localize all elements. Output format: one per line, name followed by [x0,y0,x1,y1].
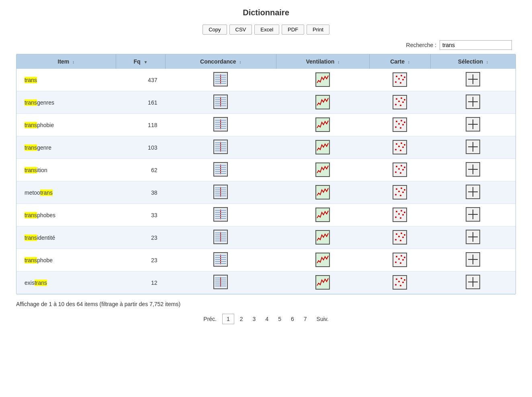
carte-cell[interactable] [370,181,431,204]
carte-icon[interactable] [393,253,407,267]
selection-cell[interactable] [430,159,516,181]
concordance-cell[interactable] [165,181,276,204]
concordance-cell[interactable] [165,272,276,294]
selection-cell[interactable] [430,69,516,91]
ventilation-cell[interactable] [276,114,370,136]
carte-cell[interactable] [370,114,431,136]
ventilation-cell[interactable] [276,159,370,181]
page-4[interactable]: 4 [261,314,272,324]
carte-cell[interactable] [370,204,431,226]
concordance-icon[interactable] [213,207,228,222]
carte-icon[interactable] [393,230,407,245]
concordance-cell[interactable] [165,136,276,159]
ventilation-icon[interactable] [315,253,330,267]
concordance-icon[interactable] [213,275,228,289]
print-button[interactable]: Print [307,25,329,35]
concordance-cell[interactable] [165,226,276,249]
col-carte[interactable]: Carte ↕ [370,54,431,69]
concordance-cell[interactable] [165,159,276,181]
carte-icon[interactable] [393,95,407,109]
ventilation-cell[interactable] [276,181,370,204]
selection-icon[interactable] [466,140,480,154]
csv-button[interactable]: CSV [229,25,252,35]
ventilation-icon[interactable] [315,140,330,154]
ventilation-icon[interactable] [315,208,330,222]
page-7[interactable]: 7 [300,314,311,324]
col-selection[interactable]: Sélection ↕ [430,54,516,69]
concordance-icon[interactable] [213,252,228,267]
ventilation-cell[interactable] [276,91,370,114]
concordance-cell[interactable] [165,114,276,136]
selection-icon[interactable] [466,95,480,109]
selection-cell[interactable] [430,181,516,204]
carte-icon[interactable] [393,208,407,222]
col-ventilation[interactable]: Ventilation ↕ [276,54,370,69]
selection-icon[interactable] [466,207,480,222]
ventilation-cell[interactable] [276,136,370,159]
selection-cell[interactable] [430,136,516,159]
carte-cell[interactable] [370,136,431,159]
ventilation-icon[interactable] [315,72,330,87]
selection-cell[interactable] [430,272,516,294]
ventilation-icon[interactable] [315,185,330,200]
selection-cell[interactable] [430,249,516,272]
carte-icon[interactable] [393,117,407,132]
carte-cell[interactable] [370,249,431,272]
concordance-cell[interactable] [165,69,276,91]
ventilation-cell[interactable] [276,226,370,249]
copy-button[interactable]: Copy [203,25,227,35]
col-fq[interactable]: Fq ▼ [116,54,165,69]
concordance-cell[interactable] [165,91,276,114]
selection-icon[interactable] [466,72,480,86]
next-page[interactable]: Suiv. [313,314,333,324]
pdf-button[interactable]: PDF [282,25,304,35]
selection-cell[interactable] [430,114,516,136]
selection-icon[interactable] [466,230,480,244]
carte-icon[interactable] [393,72,407,87]
concordance-icon[interactable] [213,72,228,86]
concordance-cell[interactable] [165,204,276,226]
carte-cell[interactable] [370,226,431,249]
carte-icon[interactable] [393,185,407,200]
selection-cell[interactable] [430,204,516,226]
selection-icon[interactable] [466,275,480,289]
col-item[interactable]: Item ↕ [16,54,116,69]
carte-icon[interactable] [393,275,407,290]
selection-icon[interactable] [466,162,480,177]
ventilation-cell[interactable] [276,204,370,226]
ventilation-cell[interactable] [276,69,370,91]
ventilation-icon[interactable] [315,95,330,109]
selection-icon[interactable] [466,117,480,132]
concordance-icon[interactable] [213,185,228,199]
col-concordance[interactable]: Concordance ↕ [165,54,276,69]
carte-icon[interactable] [393,163,407,177]
selection-cell[interactable] [430,91,516,114]
concordance-icon[interactable] [213,140,228,154]
selection-cell[interactable] [430,226,516,249]
ventilation-cell[interactable] [276,272,370,294]
page-6[interactable]: 6 [287,314,298,324]
ventilation-icon[interactable] [315,163,330,177]
excel-button[interactable]: Excel [254,25,279,35]
page-1[interactable]: 1 [222,314,234,324]
page-2[interactable]: 2 [236,314,247,324]
concordance-icon[interactable] [213,162,228,177]
carte-icon[interactable] [393,140,407,154]
selection-icon[interactable] [466,252,480,267]
ventilation-icon[interactable] [315,230,330,245]
concordance-icon[interactable] [213,95,228,109]
selection-icon[interactable] [466,185,480,199]
concordance-icon[interactable] [213,117,228,132]
carte-cell[interactable] [370,272,431,294]
search-input[interactable] [440,40,512,50]
prev-page[interactable]: Préc. [199,314,221,324]
ventilation-icon[interactable] [315,275,330,290]
carte-cell[interactable] [370,91,431,114]
page-3[interactable]: 3 [249,314,260,324]
concordance-cell[interactable] [165,249,276,272]
carte-cell[interactable] [370,69,431,91]
carte-cell[interactable] [370,159,431,181]
page-5[interactable]: 5 [274,314,285,324]
ventilation-icon[interactable] [315,117,330,132]
ventilation-cell[interactable] [276,249,370,272]
